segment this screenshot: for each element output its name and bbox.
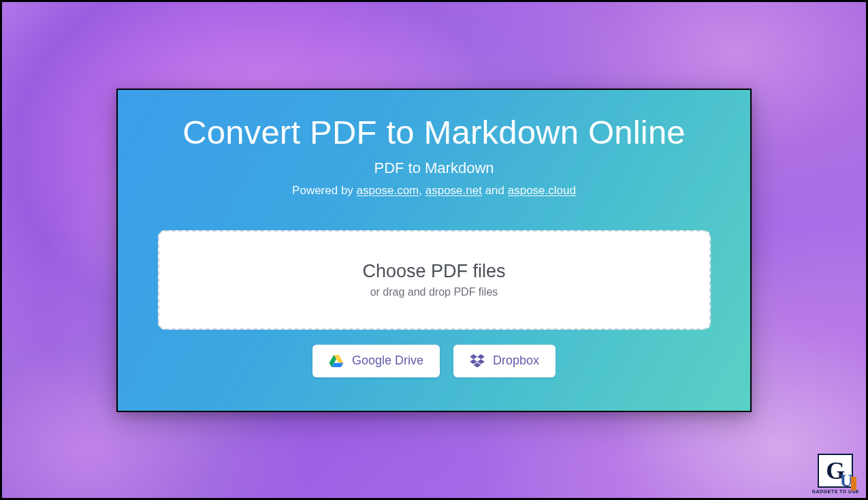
page-background: Convert PDF to Markdown Online PDF to Ma… xyxy=(0,0,868,500)
converter-card: Convert PDF to Markdown Online PDF to Ma… xyxy=(116,89,752,412)
dropbox-label: Dropbox xyxy=(493,354,539,368)
watermark-logo: G U xyxy=(818,454,853,488)
watermark-accent xyxy=(851,477,856,490)
dropzone-primary-label: Choose PDF files xyxy=(362,261,505,282)
aspose-cloud-link[interactable]: aspose.cloud xyxy=(508,184,576,197)
watermark-letter-u-wrap: U xyxy=(837,471,856,490)
dropzone-secondary-label: or drag and drop PDF files xyxy=(370,286,498,298)
dropbox-button[interactable]: Dropbox xyxy=(453,345,556,377)
google-drive-label: Google Drive xyxy=(352,354,423,368)
watermark: G U GADGETS TO USE xyxy=(812,454,860,494)
sep-comma: , xyxy=(419,184,425,197)
aspose-net-link[interactable]: aspose.net xyxy=(425,184,482,197)
svg-marker-3 xyxy=(470,354,477,359)
watermark-letter-g: G xyxy=(826,458,845,483)
aspose-com-link[interactable]: aspose.com xyxy=(357,184,419,197)
sep-and: and xyxy=(482,184,508,197)
watermark-letter-u: U xyxy=(840,471,853,491)
powered-prefix: Powered by xyxy=(292,184,357,197)
page-subtitle: PDF to Markdown xyxy=(146,159,722,177)
google-drive-icon xyxy=(329,354,344,368)
file-dropzone[interactable]: Choose PDF files or drag and drop PDF fi… xyxy=(158,230,711,330)
cloud-source-row: Google Drive Dropbox xyxy=(146,345,722,377)
page-title: Convert PDF to Markdown Online xyxy=(146,113,722,151)
google-drive-button[interactable]: Google Drive xyxy=(312,345,440,377)
dropbox-icon xyxy=(470,354,485,368)
powered-by-line: Powered by aspose.com, aspose.net and as… xyxy=(146,184,722,198)
svg-marker-4 xyxy=(477,354,485,359)
watermark-tagline: GADGETS TO USE xyxy=(812,489,860,494)
